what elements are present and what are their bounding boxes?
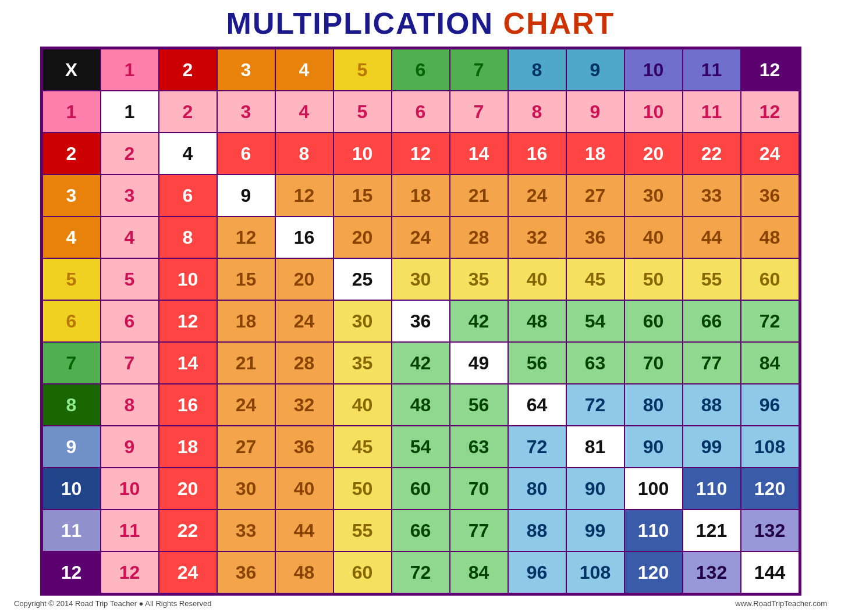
cell-1-4: 4 [275, 91, 333, 133]
cell-2-1: 2 [101, 133, 159, 175]
cell-11-7: 77 [450, 510, 508, 551]
cell-4-5: 20 [333, 216, 392, 258]
cell-10-4: 40 [275, 468, 333, 510]
cell-10-9: 90 [566, 468, 624, 510]
header-col-12: 12 [741, 49, 799, 91]
cell-7-3: 21 [217, 342, 275, 384]
cell-7-9: 63 [566, 342, 624, 384]
cell-5-5: 25 [333, 258, 392, 300]
cell-8-12: 96 [741, 384, 799, 426]
cell-11-5: 55 [333, 510, 392, 551]
cell-10-7: 70 [450, 468, 508, 510]
title-multiplication: MULTIPLICATION [226, 6, 503, 41]
cell-6-9: 54 [566, 300, 624, 342]
row-header-2: 2 [42, 133, 101, 175]
cell-12-9: 108 [566, 551, 624, 593]
cell-12-10: 120 [624, 551, 683, 593]
cell-5-8: 40 [508, 258, 566, 300]
cell-11-10: 110 [624, 510, 683, 551]
cell-3-1: 3 [101, 175, 159, 216]
row-header-1: 1 [42, 91, 101, 133]
cell-8-9: 72 [566, 384, 624, 426]
cell-8-10: 80 [624, 384, 683, 426]
cell-6-4: 24 [275, 300, 333, 342]
cell-3-12: 36 [741, 175, 799, 216]
cell-6-7: 42 [450, 300, 508, 342]
cell-1-6: 6 [392, 91, 450, 133]
cell-5-2: 10 [159, 258, 217, 300]
header-col-1: 1 [101, 49, 159, 91]
cell-5-11: 55 [683, 258, 741, 300]
footer-left: Copyright © 2014 Road Trip Teacher ● All… [14, 599, 211, 608]
cell-6-11: 66 [683, 300, 741, 342]
cell-3-5: 15 [333, 175, 392, 216]
header-col-5: 5 [333, 49, 392, 91]
cell-6-2: 12 [159, 300, 217, 342]
cell-7-6: 42 [392, 342, 450, 384]
cell-11-4: 44 [275, 510, 333, 551]
cell-8-7: 56 [450, 384, 508, 426]
cell-11-12: 132 [741, 510, 799, 551]
cell-5-12: 60 [741, 258, 799, 300]
cell-4-4: 16 [275, 216, 333, 258]
cell-5-1: 5 [101, 258, 159, 300]
row-header-10: 10 [42, 468, 101, 510]
cell-9-9: 81 [566, 426, 624, 468]
cell-5-9: 45 [566, 258, 624, 300]
cell-1-2: 2 [159, 91, 217, 133]
cell-4-7: 28 [450, 216, 508, 258]
cell-12-5: 60 [333, 551, 392, 593]
cell-11-2: 22 [159, 510, 217, 551]
cell-4-9: 36 [566, 216, 624, 258]
cell-9-4: 36 [275, 426, 333, 468]
header-col-11: 11 [683, 49, 741, 91]
cell-10-10: 100 [624, 468, 683, 510]
header-col-6: 6 [392, 49, 450, 91]
cell-3-3: 9 [217, 175, 275, 216]
cell-2-3: 6 [217, 133, 275, 175]
cell-3-4: 12 [275, 175, 333, 216]
cell-2-6: 12 [392, 133, 450, 175]
cell-5-10: 50 [624, 258, 683, 300]
cell-6-12: 72 [741, 300, 799, 342]
cell-7-12: 84 [741, 342, 799, 384]
cell-6-6: 36 [392, 300, 450, 342]
cell-5-4: 20 [275, 258, 333, 300]
cell-11-8: 88 [508, 510, 566, 551]
cell-3-9: 27 [566, 175, 624, 216]
cell-4-1: 4 [101, 216, 159, 258]
cell-12-2: 24 [159, 551, 217, 593]
row-header-3: 3 [42, 175, 101, 216]
cell-2-9: 18 [566, 133, 624, 175]
cell-2-11: 22 [683, 133, 741, 175]
title-chart: CHART [503, 6, 615, 41]
cell-2-10: 20 [624, 133, 683, 175]
cell-5-6: 30 [392, 258, 450, 300]
cell-7-5: 35 [333, 342, 392, 384]
cell-8-6: 48 [392, 384, 450, 426]
cell-9-11: 99 [683, 426, 741, 468]
cell-1-10: 10 [624, 91, 683, 133]
cell-7-10: 70 [624, 342, 683, 384]
cell-11-11: 121 [683, 510, 741, 551]
cell-6-8: 48 [508, 300, 566, 342]
cell-11-3: 33 [217, 510, 275, 551]
cell-3-10: 30 [624, 175, 683, 216]
cell-4-3: 12 [217, 216, 275, 258]
cell-1-11: 11 [683, 91, 741, 133]
cell-1-1: 1 [101, 91, 159, 133]
cell-8-3: 24 [217, 384, 275, 426]
row-header-7: 7 [42, 342, 101, 384]
cell-2-5: 10 [333, 133, 392, 175]
row-header-4: 4 [42, 216, 101, 258]
cell-7-4: 28 [275, 342, 333, 384]
cell-10-5: 50 [333, 468, 392, 510]
cell-12-8: 96 [508, 551, 566, 593]
cell-4-8: 32 [508, 216, 566, 258]
cell-4-2: 8 [159, 216, 217, 258]
cell-12-12: 144 [741, 551, 799, 593]
cell-3-8: 24 [508, 175, 566, 216]
cell-9-8: 72 [508, 426, 566, 468]
cell-10-12: 120 [741, 468, 799, 510]
cell-1-5: 5 [333, 91, 392, 133]
